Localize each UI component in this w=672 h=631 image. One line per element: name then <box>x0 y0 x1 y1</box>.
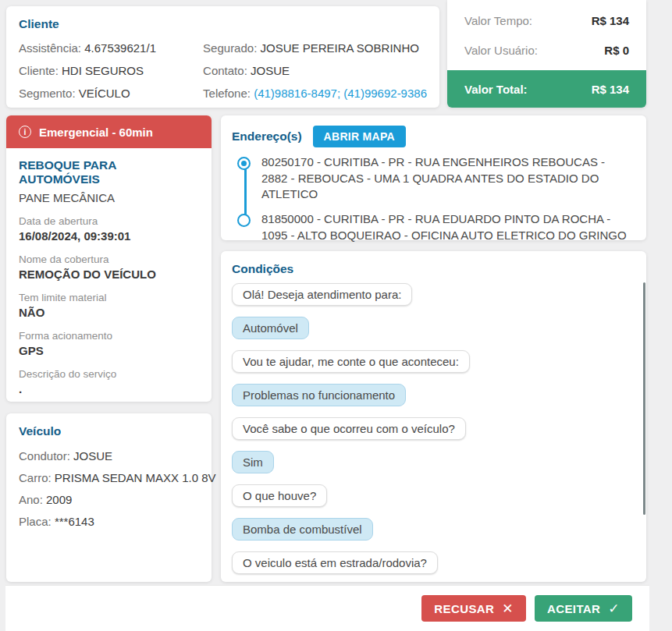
opening-date-group: Data de abertura 16/08/2024, 09:39:01 <box>19 215 199 243</box>
values-card: Valor Tempo: R$ 134 Valor Usuário: R$ 0 … <box>447 0 646 108</box>
client-label: Cliente: <box>19 64 59 77</box>
time-value-amount: R$ 134 <box>592 14 629 27</box>
reject-button[interactable]: RECUSAR ✕ <box>421 595 526 622</box>
opening-date-label: Data de abertura <box>19 215 199 227</box>
material-limit-group: Tem limite material NÃO <box>19 292 199 319</box>
driver-value: JOSUE <box>73 449 112 463</box>
contact-value: JOSUE <box>251 64 290 77</box>
check-icon: ✓ <box>608 601 620 617</box>
chat-message: Olá! Deseja atendimento para: <box>232 283 412 306</box>
service-subtitle: PANE MECÂNICA <box>19 191 199 204</box>
insured-label: Segurado: <box>203 41 257 55</box>
insured-field: Segurado: JOSUE PEREIRA SOBRINHO <box>203 37 427 59</box>
assistance-label: Assistência: <box>19 41 81 55</box>
activation-mode-group: Forma acionamento GPS <box>19 330 199 357</box>
phone-label: Telefone: <box>203 87 251 100</box>
contact-label: Contato: <box>203 64 247 77</box>
vehicle-card-title: Veículo <box>19 424 199 438</box>
plate-value: ***6143 <box>55 515 94 528</box>
material-limit-label: Tem limite material <box>19 292 199 303</box>
destination-address-item: 81850000 - CURITIBA - PR - RUA EDUARDO P… <box>232 211 635 243</box>
chat-message: Sim <box>232 451 274 473</box>
client-card: Cliente Assistência: 4.67539621/1 Client… <box>6 6 439 108</box>
open-map-button[interactable]: ABRIR MAPA <box>313 126 406 147</box>
coverage-name-group: Nome da cobertura REMOÇÃO DO VEÍCULO <box>19 253 199 281</box>
origin-address-item: 80250170 - CURITIBA - PR - RUA ENGENHEIR… <box>232 154 635 203</box>
destination-address-text: 81850000 - CURITIBA - PR - RUA EDUARDO P… <box>261 211 628 243</box>
client-card-title: Cliente <box>19 17 427 31</box>
material-limit-value: NÃO <box>19 306 199 319</box>
car-label: Carro: <box>19 471 52 484</box>
car-value: PRISMA SEDAN MAXX 1.0 8V <box>55 471 216 484</box>
conditions-card: Condições Olá! Deseja atendimento para: … <box>221 251 646 582</box>
coverage-name-label: Nome da cobertura <box>19 253 199 265</box>
total-value-label: Valor Total: <box>464 83 528 96</box>
service-description-label: Descrição do serviço <box>19 368 199 380</box>
opening-date-value: 16/08/2024, 09:39:01 <box>19 229 199 243</box>
service-description-group: Descrição do serviço . <box>19 368 199 395</box>
assistance-field: Assistência: 4.67539621/1 <box>19 37 203 59</box>
activation-mode-value: GPS <box>19 344 199 357</box>
service-title: REBOQUE PARA AUTOMÓVEIS <box>19 158 199 186</box>
segment-label: Segmento: <box>19 87 76 100</box>
emergency-banner-label: Emergencial - 60min <box>39 126 153 139</box>
conditions-card-title: Condições <box>232 262 635 276</box>
chat-message: Bomba de combustível <box>232 518 373 541</box>
addresses-timeline: 80250170 - CURITIBA - PR - RUA ENGENHEIR… <box>232 154 635 243</box>
chat-message: Vou te ajudar, me conte o que aconteceu: <box>232 350 470 373</box>
activation-mode-label: Forma acionamento <box>19 330 199 342</box>
service-card: i Emergencial - 60min REBOQUE PARA AUTOM… <box>6 115 212 402</box>
accept-button[interactable]: ACEITAR ✓ <box>535 595 632 622</box>
total-value-bar: Valor Total: R$ 134 <box>447 70 646 108</box>
chat-message: Problemas no funcionamento <box>232 384 406 406</box>
service-description-value: . <box>19 382 199 395</box>
client-value: HDI SEGUROS <box>62 64 144 77</box>
segment-field: Segmento: VEÍCULO <box>19 82 203 105</box>
insured-value: JOSUE PEREIRA SOBRINHO <box>261 41 419 55</box>
user-value-row: Valor Usuário: R$ 0 <box>447 35 646 65</box>
chat-message: Automóvel <box>232 317 309 339</box>
segment-value: VEÍCULO <box>79 87 130 100</box>
user-value-label: Valor Usuário: <box>464 44 538 57</box>
plate-label: Placa: <box>19 515 52 528</box>
info-icon: i <box>19 126 31 138</box>
destination-marker-icon <box>237 214 251 227</box>
client-field: Cliente: HDI SEGUROS <box>19 59 203 82</box>
origin-marker-icon <box>237 157 251 170</box>
conditions-chat-list: Olá! Deseja atendimento para: Automóvel … <box>232 283 635 582</box>
emergency-banner: i Emergencial - 60min <box>6 115 212 148</box>
phone-field: Telefone: (41)98816-8497; (41)99692-9386 <box>203 82 427 105</box>
total-value-amount: R$ 134 <box>592 83 629 96</box>
year-value: 2009 <box>46 493 72 506</box>
action-footer: RECUSAR ✕ ACEITAR ✓ <box>5 585 649 631</box>
assistance-value: 4.67539621/1 <box>84 41 156 55</box>
chat-message: O que houve? <box>232 484 327 507</box>
car-field: Carro: PRISMA SEDAN MAXX 1.0 8V <box>19 467 199 489</box>
coverage-name-value: REMOÇÃO DO VEÍCULO <box>19 268 199 281</box>
user-value-amount: R$ 0 <box>604 44 629 57</box>
contact-field: Contato: JOSUE <box>203 59 427 82</box>
chat-message: O veiculo está em estrada/rodovia? <box>232 551 438 574</box>
plate-field: Placa: ***6143 <box>19 511 199 533</box>
year-label: Ano: <box>19 493 43 506</box>
time-value-row: Valor Tempo: R$ 134 <box>447 5 646 35</box>
year-field: Ano: 2009 <box>19 489 199 511</box>
time-value-label: Valor Tempo: <box>464 14 532 27</box>
accept-button-label: ACEITAR <box>547 602 600 615</box>
phone-link[interactable]: (41)98816-8497; (41)99692-9386 <box>254 87 427 100</box>
addresses-card-title: Endereço(s) <box>232 129 302 144</box>
reject-button-label: RECUSAR <box>434 602 494 615</box>
origin-address-text: 80250170 - CURITIBA - PR - RUA ENGENHEIR… <box>261 154 628 203</box>
addresses-card: Endereço(s) ABRIR MAPA 80250170 - CURITI… <box>221 115 646 240</box>
driver-field: Condutor: JOSUE <box>19 445 199 467</box>
scrollbar-thumb[interactable] <box>643 282 645 515</box>
x-icon: ✕ <box>502 601 514 617</box>
chat-message: Você sabe o que ocorreu com o veículo? <box>232 417 466 440</box>
driver-label: Condutor: <box>19 449 70 463</box>
vehicle-card: Veículo Condutor: JOSUE Carro: PRISMA SE… <box>6 413 212 582</box>
